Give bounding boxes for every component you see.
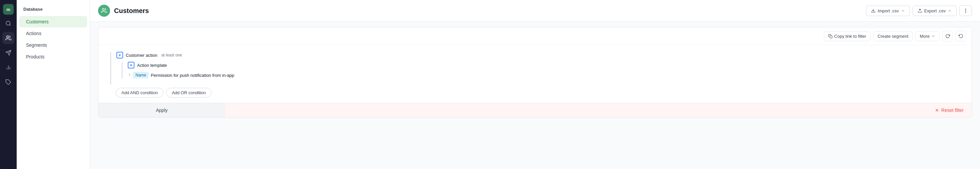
header-actions: Import .csv Export .csv bbox=[866, 5, 972, 16]
bottom-bar: Apply Reset filter bbox=[99, 103, 972, 117]
filter-toolbar: Copy link to filter Create segment More bbox=[99, 27, 972, 45]
sidebar: Database Customers Actions Segments Prod… bbox=[17, 0, 90, 169]
icon-bar: m bbox=[0, 0, 17, 169]
top-condition-label: Customer action bbox=[126, 53, 158, 58]
more-filter-button[interactable]: More bbox=[915, 31, 940, 41]
reset-filter-button[interactable]: Reset filter bbox=[225, 103, 972, 117]
sub-condition-plus[interactable]: + bbox=[128, 62, 134, 69]
condition-group: + Customer action at least one + Action … bbox=[110, 52, 964, 84]
condition-actions: Add AND condition Add OR condition bbox=[107, 84, 964, 103]
megaphone-icon-bar[interactable] bbox=[2, 47, 14, 59]
refresh-icon bbox=[945, 34, 950, 38]
sidebar-item-customers[interactable]: Customers bbox=[19, 16, 87, 27]
filter-panel: Copy link to filter Create segment More … bbox=[98, 27, 972, 118]
name-indent: └ bbox=[128, 73, 131, 78]
import-button[interactable]: Import .csv bbox=[866, 6, 910, 16]
import-icon bbox=[871, 8, 876, 13]
app-avatar[interactable]: m bbox=[3, 4, 14, 15]
sidebar-header: Database bbox=[17, 5, 90, 16]
svg-rect-12 bbox=[830, 35, 832, 38]
page-icon bbox=[98, 5, 110, 17]
redo-button[interactable] bbox=[956, 31, 966, 41]
more-options-button[interactable] bbox=[959, 5, 972, 16]
sidebar-item-segments[interactable]: Segments bbox=[19, 40, 87, 51]
svg-point-1 bbox=[7, 36, 9, 38]
reset-close-icon bbox=[935, 108, 939, 113]
top-header: Customers Import .csv Export .csv bbox=[90, 0, 980, 22]
page-title: Customers bbox=[114, 7, 149, 15]
name-condition-row: └ Name Permission for push notification … bbox=[128, 72, 964, 78]
create-segment-button[interactable]: Create segment bbox=[873, 31, 913, 41]
chart-icon-bar[interactable] bbox=[2, 61, 14, 73]
puzzle-icon-bar[interactable] bbox=[2, 76, 14, 88]
name-value: Permission for push notification from in… bbox=[151, 73, 234, 78]
top-condition-badge: at least one bbox=[161, 53, 182, 57]
copy-link-button[interactable]: Copy link to filter bbox=[824, 31, 870, 41]
export-button[interactable]: Export .csv bbox=[913, 6, 957, 16]
sub-condition-row: + Action template bbox=[128, 62, 964, 69]
sub-condition-label: Action template bbox=[137, 63, 167, 68]
sidebar-item-actions[interactable]: Actions bbox=[19, 28, 87, 39]
redo-icon bbox=[959, 34, 963, 38]
add-and-condition-button[interactable]: Add AND condition bbox=[116, 88, 164, 97]
name-key-badge: Name bbox=[133, 72, 149, 78]
refresh-button[interactable] bbox=[942, 31, 953, 41]
main-content: Customers Import .csv Export .csv Copy bbox=[90, 0, 980, 169]
apply-button[interactable]: Apply bbox=[99, 103, 225, 117]
svg-point-0 bbox=[6, 21, 10, 25]
more-dots-icon bbox=[963, 8, 968, 13]
add-or-condition-button[interactable]: Add OR condition bbox=[166, 88, 212, 97]
top-condition-plus[interactable]: + bbox=[116, 52, 123, 59]
filter-conditions: + Customer action at least one + Action … bbox=[99, 45, 972, 103]
export-chevron-icon bbox=[948, 9, 951, 13]
sidebar-item-products[interactable]: Products bbox=[19, 51, 87, 62]
more-chevron-icon bbox=[931, 34, 935, 38]
top-condition-row: + Customer action at least one bbox=[116, 52, 964, 59]
svg-point-6 bbox=[102, 8, 104, 10]
users-icon-bar[interactable] bbox=[2, 32, 14, 44]
export-icon bbox=[918, 8, 922, 13]
svg-point-10 bbox=[965, 10, 966, 11]
sub-condition-group: + Action template └ Name Permission for … bbox=[122, 62, 964, 78]
import-chevron-icon bbox=[901, 9, 905, 13]
search-icon-bar[interactable] bbox=[2, 18, 14, 29]
header-left: Customers bbox=[98, 5, 149, 17]
copy-link-icon bbox=[828, 34, 832, 38]
svg-point-9 bbox=[965, 9, 966, 10]
